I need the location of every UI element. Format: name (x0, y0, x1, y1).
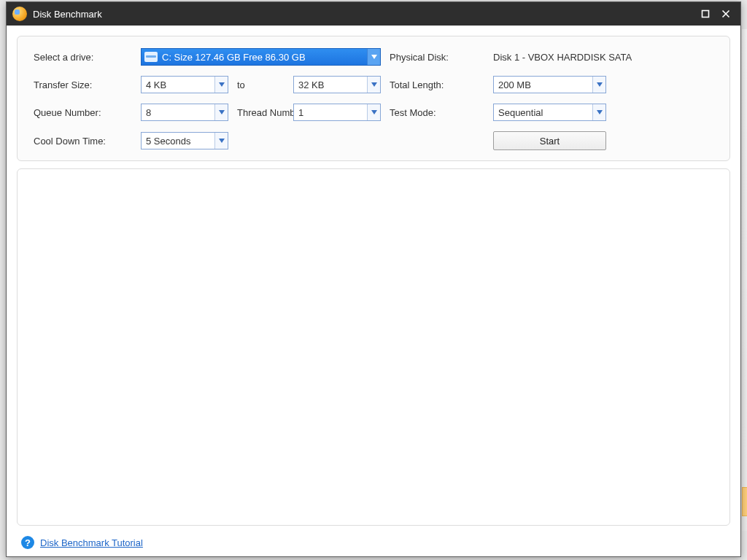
transfer-from-value: 4 KB (142, 79, 214, 90)
disk-benchmark-window: Disk Benchmark Select a drive: C: Size 1… (6, 1, 741, 557)
transfer-size-from-select[interactable]: 4 KB (141, 76, 228, 93)
chevron-down-icon (214, 104, 228, 120)
thread-number-select[interactable]: 1 (293, 104, 381, 121)
window-body: Select a drive: C: Size 127.46 GB Free 8… (7, 26, 740, 556)
queue-number-value: 8 (142, 107, 214, 118)
cooldown-value: 5 Seconds (142, 136, 214, 147)
svg-marker-7 (219, 110, 225, 114)
maximize-button[interactable] (695, 5, 716, 23)
chevron-down-icon (214, 77, 228, 93)
drive-select[interactable]: C: Size 127.46 GB Free 86.30 GB (141, 48, 381, 66)
app-icon (12, 7, 27, 21)
window-title: Disk Benchmark (33, 9, 695, 20)
chevron-down-icon (214, 133, 228, 149)
total-length-label: Total Length: (390, 79, 484, 90)
help-icon: ? (21, 536, 34, 549)
physical-disk-label: Physical Disk: (390, 52, 484, 63)
close-icon (721, 9, 730, 18)
svg-marker-5 (371, 82, 377, 87)
drive-label: Select a drive: (34, 52, 132, 63)
svg-marker-6 (597, 82, 603, 87)
transfer-size-label: Transfer Size: (34, 79, 132, 90)
close-button[interactable] (716, 5, 736, 23)
queue-number-label: Queue Number: (34, 107, 132, 118)
drive-select-value: C: Size 127.46 GB Free 86.30 GB (158, 52, 367, 63)
tutorial-link[interactable]: Disk Benchmark Tutorial (40, 537, 143, 548)
settings-panel: Select a drive: C: Size 127.46 GB Free 8… (17, 36, 730, 161)
transfer-size-to-select[interactable]: 32 KB (293, 76, 381, 93)
test-mode-value: Sequential (494, 107, 592, 118)
total-length-select[interactable]: 200 MB (493, 76, 606, 93)
results-panel (17, 168, 730, 526)
cooldown-select[interactable]: 5 Seconds (141, 132, 228, 149)
svg-marker-8 (371, 110, 377, 114)
thread-number-label: Thread Number: (237, 107, 285, 118)
chevron-down-icon (592, 77, 605, 93)
chevron-down-icon (367, 77, 380, 93)
chevron-down-icon (367, 104, 380, 120)
queue-number-select[interactable]: 8 (141, 104, 228, 121)
transfer-to-label: to (237, 79, 285, 90)
background-window-edge (742, 29, 747, 531)
start-button[interactable]: Start (493, 131, 606, 150)
footer: ? Disk Benchmark Tutorial (17, 533, 730, 551)
maximize-icon (701, 9, 710, 18)
test-mode-label: Test Mode: (390, 107, 484, 118)
chevron-down-icon (592, 104, 605, 120)
chevron-down-icon (367, 49, 380, 65)
svg-rect-0 (703, 11, 709, 18)
cooldown-label: Cool Down Time: (34, 136, 132, 147)
svg-marker-4 (219, 82, 225, 87)
test-mode-select[interactable]: Sequential (493, 104, 606, 121)
transfer-to-value: 32 KB (294, 79, 367, 90)
background-accent-sliver (742, 487, 747, 516)
svg-marker-9 (597, 110, 603, 114)
thread-number-value: 1 (294, 107, 367, 118)
svg-marker-3 (371, 55, 377, 59)
svg-marker-10 (219, 139, 225, 143)
titlebar: Disk Benchmark (7, 2, 740, 26)
total-length-value: 200 MB (494, 79, 592, 90)
physical-disk-value: Disk 1 - VBOX HARDDISK SATA (493, 52, 614, 63)
drive-icon (144, 52, 158, 62)
